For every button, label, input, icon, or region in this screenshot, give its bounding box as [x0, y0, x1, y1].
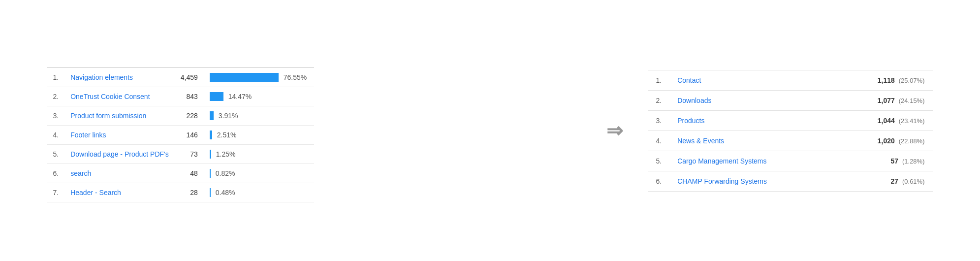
- count-value: 27: [891, 177, 899, 185]
- percent-bar-cell: 1.25%: [204, 144, 314, 163]
- row-rank: 5.: [648, 151, 669, 171]
- event-category-link[interactable]: Header - Search: [64, 183, 175, 202]
- total-events-value: 146: [175, 125, 204, 144]
- event-category-link[interactable]: search: [64, 163, 175, 183]
- list-item: 6. CHAMP Forwarding Systems 27 (0.61%): [648, 171, 933, 191]
- row-rank: 4.: [47, 125, 65, 144]
- col-percent-header: [204, 59, 314, 67]
- row-rank: 3.: [47, 106, 65, 125]
- bar-chart-bar: [210, 73, 279, 82]
- event-category-link[interactable]: OneTrust Cookie Consent: [64, 87, 175, 106]
- total-events-value: 4,459: [175, 67, 204, 87]
- event-category-link[interactable]: Product form submission: [64, 106, 175, 125]
- row-rank: 5.: [47, 144, 65, 163]
- main-container: 1. Navigation elements 4,459 76.55% 2. O…: [47, 59, 933, 202]
- total-events-value: 48: [175, 163, 204, 183]
- col-total-header: [175, 59, 204, 67]
- value-cell: 1,044 (23.41%): [817, 110, 933, 130]
- row-rank: 2.: [47, 87, 65, 106]
- percent-bar-cell: 14.47%: [204, 87, 314, 106]
- total-events-value: 228: [175, 106, 204, 125]
- event-category-link[interactable]: Footer links: [64, 125, 175, 144]
- category-link[interactable]: Downloads: [669, 90, 817, 110]
- bar-chart-bar: [210, 150, 211, 159]
- event-category-link[interactable]: Download page - Product PDF's: [64, 144, 175, 163]
- bar-chart-bar: [210, 92, 223, 101]
- percent-value: (23.41%): [899, 117, 925, 125]
- table-row: 2. OneTrust Cookie Consent 843 14.47%: [47, 87, 314, 106]
- total-events-value: 843: [175, 87, 204, 106]
- percent-value: 14.47%: [228, 93, 252, 100]
- count-value: 1,118: [878, 76, 895, 84]
- percent-value: 2.51%: [217, 131, 237, 139]
- row-rank: 1.: [47, 67, 65, 87]
- percent-bar-cell: 0.82%: [204, 163, 314, 183]
- value-cell: 27 (0.61%): [817, 171, 933, 191]
- table-row: 4. Footer links 146 2.51%: [47, 125, 314, 144]
- list-item: 4. News & Events 1,020 (22.88%): [648, 130, 933, 151]
- row-rank: 6.: [47, 163, 65, 183]
- percent-bar-cell: 3.91%: [204, 106, 314, 125]
- right-table: 1. Contact 1,118 (25.07%) 2. Downloads 1…: [648, 70, 933, 192]
- table-row: 1. Navigation elements 4,459 76.55%: [47, 67, 314, 87]
- percent-value: (24.15%): [899, 97, 925, 104]
- total-events-value: 73: [175, 144, 204, 163]
- category-link[interactable]: News & Events: [669, 130, 817, 151]
- list-item: 2. Downloads 1,077 (24.15%): [648, 90, 933, 110]
- percent-value: 76.55%: [284, 73, 307, 81]
- table-row: 7. Header - Search 28 0.48%: [47, 183, 314, 202]
- percent-value: (0.61%): [902, 178, 925, 185]
- category-link[interactable]: CHAMP Forwarding Systems: [669, 171, 817, 191]
- left-table-wrapper: 1. Navigation elements 4,459 76.55% 2. O…: [47, 59, 582, 202]
- percent-bar-cell: 2.51%: [204, 125, 314, 144]
- count-value: 1,077: [878, 97, 895, 104]
- bar-chart-bar: [210, 130, 212, 139]
- count-value: 1,044: [878, 117, 895, 125]
- row-rank: 3.: [648, 110, 669, 130]
- percent-value: (1.28%): [902, 158, 925, 165]
- table-row: 6. search 48 0.82%: [47, 163, 314, 183]
- right-arrow-icon: ⇒: [606, 119, 623, 142]
- percent-value: 0.48%: [216, 189, 235, 196]
- col-category-header: [64, 59, 175, 67]
- bar-chart-bar: [210, 111, 214, 120]
- percent-bar-cell: 76.55%: [204, 67, 314, 87]
- total-events-value: 28: [175, 183, 204, 202]
- percent-value: (25.07%): [899, 77, 925, 84]
- col-rank-header: [47, 59, 65, 67]
- value-cell: 1,118 (25.07%): [817, 70, 933, 90]
- value-cell: 57 (1.28%): [817, 151, 933, 171]
- value-cell: 1,020 (22.88%): [817, 130, 933, 151]
- percent-value: 1.25%: [216, 150, 236, 158]
- category-link[interactable]: Contact: [669, 70, 817, 90]
- row-rank: 6.: [648, 171, 669, 191]
- list-item: 1. Contact 1,118 (25.07%): [648, 70, 933, 90]
- count-value: 1,020: [878, 137, 895, 145]
- category-link[interactable]: Cargo Management Systems: [669, 151, 817, 171]
- list-item: 5. Cargo Management Systems 57 (1.28%): [648, 151, 933, 171]
- table-row: 5. Download page - Product PDF's 73 1.25…: [47, 144, 314, 163]
- bar-chart-bar: [210, 169, 211, 178]
- percent-value: (22.88%): [899, 137, 925, 145]
- list-item: 3. Products 1,044 (23.41%): [648, 110, 933, 130]
- percent-bar-cell: 0.48%: [204, 183, 314, 202]
- category-link[interactable]: Products: [669, 110, 817, 130]
- row-rank: 2.: [648, 90, 669, 110]
- bar-chart-bar: [210, 188, 211, 197]
- count-value: 57: [891, 157, 899, 165]
- row-rank: 1.: [648, 70, 669, 90]
- value-cell: 1,077 (24.15%): [817, 90, 933, 110]
- left-table: 1. Navigation elements 4,459 76.55% 2. O…: [47, 59, 314, 202]
- percent-value: 0.82%: [216, 169, 235, 177]
- row-rank: 7.: [47, 183, 65, 202]
- row-rank: 4.: [648, 130, 669, 151]
- arrow-container: ⇒: [597, 119, 633, 142]
- event-category-link[interactable]: Navigation elements: [64, 67, 175, 87]
- percent-value: 3.91%: [219, 112, 238, 120]
- table-row: 3. Product form submission 228 3.91%: [47, 106, 314, 125]
